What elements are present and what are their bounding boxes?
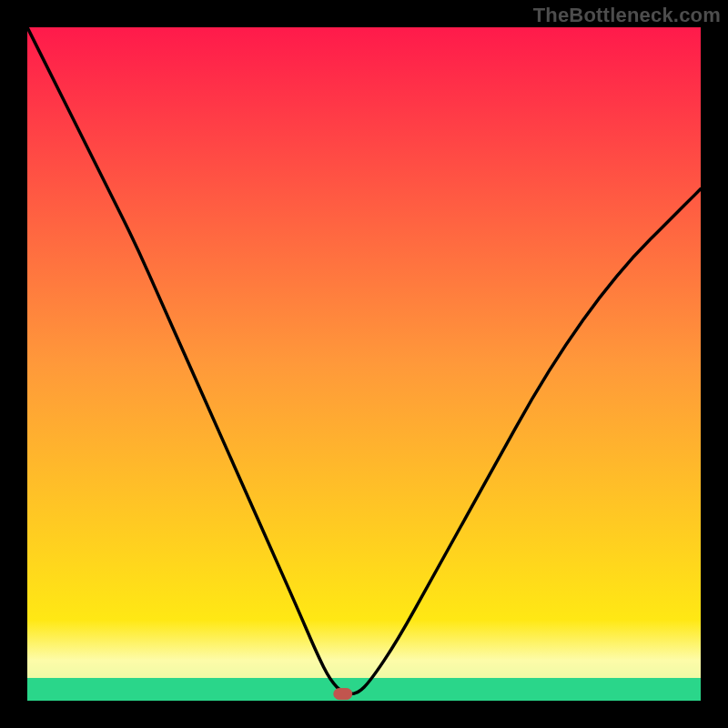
gradient-background — [27, 27, 701, 701]
near-bottom-band — [27, 660, 701, 678]
plot-area — [27, 27, 701, 701]
optimal-marker — [334, 689, 352, 700]
bottleneck-plot — [27, 27, 701, 701]
chart-frame: TheBottleneck.com — [0, 0, 728, 728]
watermark-label: TheBottleneck.com — [533, 4, 721, 27]
